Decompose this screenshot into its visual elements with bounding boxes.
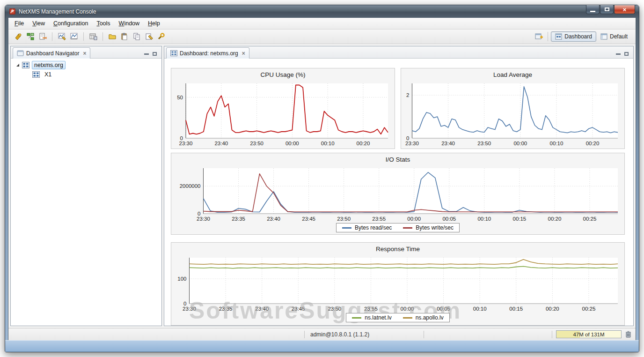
tab-dashboard-navigator[interactable]: Dashboard Navigator ×: [13, 47, 90, 59]
garbage-collect-button[interactable]: [623, 330, 633, 339]
dashboard-navigator-panel: Dashboard Navigator × netxms.org: [10, 46, 162, 326]
edit-graph-icon: [58, 32, 66, 41]
chart-title: Load Average: [401, 68, 624, 80]
minimize-button[interactable]: [586, 5, 600, 14]
svg-text:00:15: 00:15: [509, 306, 523, 312]
app-window: NetXMS Management Console × File View Co…: [5, 5, 639, 352]
svg-text:00:10: 00:10: [550, 141, 564, 146]
maximize-button[interactable]: [600, 5, 614, 14]
tab-dashboard-netxms-org[interactable]: Dashboard: netxms.org ×: [166, 47, 249, 59]
data-collection-button[interactable]: [88, 31, 99, 42]
settings-button[interactable]: [155, 31, 167, 42]
legend-label: Bytes read/sec: [355, 224, 392, 231]
svg-text:23:50: 23:50: [477, 141, 491, 146]
editor-header: Dashboard: netxms.org ×: [164, 46, 633, 59]
status-separator: [424, 331, 424, 338]
svg-text:23:50: 23:50: [337, 216, 351, 222]
svg-text:0: 0: [183, 301, 186, 306]
svg-text:0: 0: [198, 211, 200, 216]
heap-usage-label: 47M of 131M: [573, 332, 604, 337]
edit-button[interactable]: [143, 31, 154, 42]
svg-text:00:20: 00:20: [586, 141, 600, 146]
maximize-view-icon[interactable]: [153, 52, 157, 56]
legend-swatch: [352, 317, 361, 319]
menu-view[interactable]: View: [28, 19, 49, 28]
graph-icon: [70, 32, 78, 41]
svg-text:00:20: 00:20: [548, 216, 562, 222]
open-perspective-button[interactable]: [533, 31, 544, 42]
open-perspective-icon: [535, 33, 543, 40]
network-summary-button[interactable]: [25, 31, 36, 42]
window-frame: File View Configuration Tools Window Hel…: [5, 18, 639, 340]
io-stats-legend: Bytes read/sec Bytes write/sec: [171, 223, 624, 232]
cpu-usage-chart-panel: CPU Usage (%) 23:3023:4023:5000:0000:100…: [171, 68, 395, 149]
tree-item-x1[interactable]: X1: [11, 70, 161, 79]
svg-text:23:50: 23:50: [250, 141, 263, 146]
svg-text:00:00: 00:00: [513, 141, 527, 146]
perspective-default-button[interactable]: Default: [596, 31, 632, 42]
tree-item-label: X1: [42, 70, 54, 79]
tree-item-netxms-org[interactable]: netxms.org: [11, 60, 161, 70]
export-config-button[interactable]: [37, 31, 48, 42]
predefined-graphs-button[interactable]: [68, 31, 80, 42]
menu-window[interactable]: Window: [115, 19, 144, 28]
svg-text:23:30: 23:30: [183, 306, 196, 312]
navigator-tab-label: Dashboard Navigator: [26, 50, 79, 57]
edit-icon: [145, 32, 153, 41]
connect-icon: [14, 32, 22, 41]
minimize-view-icon[interactable]: [144, 53, 149, 55]
copy-button[interactable]: [131, 31, 142, 42]
svg-text:23:45: 23:45: [302, 216, 315, 222]
svg-text:2000000: 2000000: [180, 183, 201, 189]
svg-text:00:00: 00:00: [407, 216, 421, 222]
title-bar[interactable]: NetXMS Management Console ×: [5, 5, 639, 18]
app-icon: [9, 8, 16, 15]
svg-text:0: 0: [180, 135, 183, 141]
close-editor-icon[interactable]: ×: [242, 50, 245, 57]
io-stats-chart-panel: I/O Stats 23:3023:3523:4023:4523:5023:55…: [171, 153, 625, 235]
svg-text:0: 0: [406, 135, 409, 141]
wrench-icon: [157, 32, 165, 41]
trash-icon: [625, 331, 631, 338]
data-table-icon: [89, 32, 97, 41]
edit-graph-button[interactable]: [56, 31, 67, 42]
default-perspective-icon: [600, 33, 607, 40]
io-stats-plot: 23:3023:3523:4023:4523:5023:5500:0000:05…: [171, 164, 624, 223]
menu-configuration[interactable]: Configuration: [49, 19, 92, 28]
chart-title: CPU Usage (%): [171, 68, 395, 80]
editor-tab-label: Dashboard: netxms.org: [180, 50, 238, 57]
svg-text:23:35: 23:35: [219, 306, 233, 312]
close-view-icon[interactable]: ×: [83, 50, 86, 57]
svg-text:00:20: 00:20: [357, 141, 370, 146]
legend-label: Bytes write/sec: [416, 224, 454, 231]
connect-button[interactable]: [13, 31, 24, 42]
menu-file[interactable]: File: [10, 19, 28, 28]
menu-bar: File View Configuration Tools Window Hel…: [8, 18, 636, 30]
heap-status: 47M of 131M: [556, 330, 622, 338]
svg-text:00:15: 00:15: [512, 216, 526, 222]
paste-icon: [120, 32, 129, 41]
expand-arrow-icon[interactable]: [16, 64, 19, 67]
status-separator: [552, 331, 552, 338]
navigator-header: Dashboard Navigator ×: [11, 46, 161, 59]
legend-swatch: [403, 227, 412, 229]
menu-help[interactable]: Help: [144, 19, 164, 28]
svg-text:00:25: 00:25: [583, 216, 597, 222]
minimize-view-icon[interactable]: [616, 53, 621, 55]
menu-tools[interactable]: Tools: [92, 19, 114, 28]
dashboard-perspective-icon: [555, 33, 562, 40]
perspective-dashboard-button[interactable]: Dashboard: [551, 31, 596, 42]
svg-text:00:10: 00:10: [321, 141, 335, 146]
close-button[interactable]: ×: [614, 5, 635, 14]
svg-text:2: 2: [406, 92, 409, 98]
navigator-tab-icon: [17, 50, 24, 56]
svg-text:23:50: 23:50: [328, 306, 341, 312]
maximize-icon: [605, 7, 609, 11]
cpu-usage-plot: 23:3023:4023:5000:0000:1000:20050: [171, 80, 395, 148]
paste-button[interactable]: [119, 31, 130, 42]
open-folder-button[interactable]: [107, 31, 118, 42]
svg-text:23:35: 23:35: [232, 216, 245, 222]
close-icon: ×: [623, 6, 627, 13]
main-toolbar: Dashboard Default: [8, 30, 636, 44]
maximize-view-icon[interactable]: [624, 52, 629, 56]
